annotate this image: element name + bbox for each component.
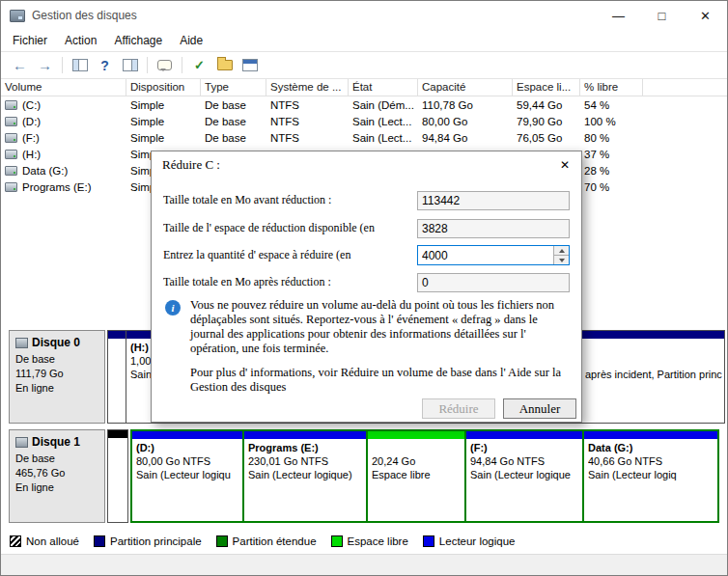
partition-block[interactable] — [107, 330, 126, 424]
label-total-after: Taille totale en Mo après réduction : — [163, 275, 417, 289]
partition-text — [108, 339, 126, 381]
column-header-type[interactable]: Type — [201, 79, 266, 96]
column-header-disposition[interactable]: Disposition — [126, 79, 201, 96]
disk-info-0[interactable]: Disque 0 De base 111,79 Go En ligne — [9, 330, 105, 424]
legend-label: Non alloué — [26, 535, 79, 547]
menu-action[interactable]: Action — [56, 32, 105, 49]
partition-status: Espace libre — [372, 468, 462, 481]
partition-status: Sain (Lecteur logiqu — [136, 468, 240, 481]
partition-size — [112, 354, 124, 368]
disk-icon — [15, 338, 28, 348]
volume-icon — [5, 117, 17, 126]
cell-type: De base — [201, 96, 266, 113]
statusbar — [1, 554, 727, 575]
console-window-icon[interactable] — [238, 55, 261, 76]
menu-fichier[interactable]: Fichier — [4, 32, 56, 49]
partition-color-strip — [581, 331, 724, 339]
legend-swatch-extended — [216, 535, 228, 547]
help-icon[interactable]: ? — [94, 55, 116, 76]
shrink-button[interactable]: Réduire — [422, 398, 495, 419]
value-available-shrink: 3828 — [417, 219, 570, 238]
partition-d[interactable]: (D:)80,00 Go NTFSSain (Lecteur logiqu — [132, 431, 242, 521]
popup-help-icon[interactable] — [154, 55, 176, 76]
disk-info-1[interactable]: Disque 1 De base 465,76 Go En ligne — [9, 429, 105, 523]
left-pane-glyph — [72, 59, 88, 71]
cell-capacite: 80,00 Go — [418, 113, 513, 129]
spinner-up-button[interactable] — [554, 246, 569, 255]
column-header-volume[interactable]: Volume — [1, 79, 126, 96]
minimize-button[interactable]: — — [597, 1, 640, 30]
field-row-available: Taille de l' espace de réduction disponi… — [163, 218, 570, 238]
partition-label — [112, 440, 126, 453]
back-icon[interactable]: ← — [9, 55, 31, 76]
partition-f[interactable]: (F:)94,84 Go NTFSSain (Lecteur logique — [466, 431, 582, 521]
dialog-close-button[interactable]: ✕ — [548, 151, 581, 178]
toolbar-separator — [62, 57, 63, 73]
disk-size: 111,79 Go — [15, 367, 101, 381]
shrink-amount-input[interactable] — [418, 246, 553, 264]
legend-swatch-logical — [423, 535, 434, 547]
partition-block[interactable] — [107, 429, 128, 523]
info-icon: i — [165, 300, 181, 315]
menu-aide[interactable]: Aide — [171, 32, 211, 49]
partition-size: 40,66 Go NTFS — [588, 454, 715, 468]
field-row-amount: Entrez la quantité d' espace à réduire (… — [163, 245, 570, 265]
cell-espace: 79,90 Go — [513, 113, 580, 129]
cancel-button[interactable]: Annuler — [503, 398, 576, 419]
disk-status: En ligne — [15, 381, 101, 396]
partition-text: 20,24 GoEspace libre — [368, 439, 464, 481]
partition-size — [112, 453, 126, 467]
disk-type: De base — [15, 452, 101, 466]
question-glyph: ? — [100, 58, 109, 73]
partition-data-g[interactable]: Data (G:)40,66 Go NTFSSain (Lecteur logi… — [584, 431, 717, 521]
folder-glyph — [217, 60, 233, 70]
check-icon[interactable]: ✓ — [188, 55, 210, 76]
maximize-button[interactable]: □ — [640, 1, 684, 30]
partition-label — [372, 441, 462, 454]
cell-volume: (D:) — [1, 113, 126, 129]
volume-name: (C:) — [22, 99, 41, 111]
disk-row-1: Disque 1 De base 465,76 Go En ligne (D:)… — [9, 429, 719, 523]
field-row-total-after: Taille totale en Mo après réduction : 0 — [163, 272, 570, 292]
dialog-titlebar[interactable]: Réduire C : ✕ — [152, 151, 581, 178]
console-tree-icon[interactable] — [69, 55, 91, 76]
column-header-capacite[interactable]: Capacité — [418, 79, 513, 96]
column-header-espace[interactable]: Espace li... — [513, 79, 580, 96]
action-pane-icon[interactable] — [119, 55, 141, 76]
volume-row-d[interactable]: (D:)SimpleDe baseNTFSSain (Lect...80,00 … — [1, 113, 727, 129]
partition-espace-libre[interactable]: 20,24 GoEspace libre — [368, 431, 464, 521]
partition-programs-e[interactable]: Programs (E:)230,01 Go NTFSSain (Lecteur… — [244, 431, 366, 521]
cell-libre: 80 % — [580, 129, 643, 146]
titlebar[interactable]: Gestion des disques — □ ✕ — [1, 1, 727, 30]
volume-name: Data (G:) — [22, 165, 68, 177]
volume-icon — [5, 182, 17, 192]
legend-swatch-primary — [94, 535, 105, 547]
forward-icon[interactable]: → — [34, 55, 56, 76]
cell-espace: 76,05 Go — [513, 129, 580, 146]
column-header-etat[interactable]: État — [349, 79, 418, 96]
volume-row-c[interactable]: (C:)SimpleDe baseNTFSSain (Dém...110,78 … — [1, 96, 727, 113]
dialog-title: Réduire C : — [162, 157, 220, 173]
close-button[interactable]: ✕ — [684, 1, 727, 30]
cell-capacite: 110,78 Go — [418, 96, 513, 113]
disk-name: Disque 0 — [32, 336, 80, 350]
volume-icon — [5, 100, 17, 110]
folder-icon[interactable] — [213, 55, 236, 76]
column-header-fs[interactable]: Système de ... — [266, 79, 349, 96]
partition-apr-s-incident-partition-princ[interactable]: après incident, Partition princ — [580, 330, 725, 424]
partition-size: 94,84 Go NTFS — [470, 454, 580, 468]
spinner-down-button[interactable] — [554, 255, 569, 264]
partition-color-strip — [244, 431, 366, 439]
column-header-libre[interactable]: % libre — [580, 79, 643, 96]
cell-volume: Data (G:) — [1, 162, 126, 178]
volume-row-f[interactable]: (F:)SimpleDe baseNTFSSain (Lect...94,84 … — [1, 129, 727, 146]
partition-text: (F:)94,84 Go NTFSSain (Lecteur logique — [466, 439, 582, 481]
cell-disposition: Simple — [126, 113, 201, 129]
cell-type: De base — [201, 113, 266, 129]
menu-affichage[interactable]: Affichage — [105, 32, 171, 49]
legend-item-primary: Partition principale — [94, 535, 202, 547]
field-row-total-before: Taille totale en Mo avant réduction : 11… — [163, 190, 570, 210]
legend-label: Lecteur logique — [439, 535, 516, 547]
partition-label: (F:) — [470, 441, 580, 454]
shrink-dialog: Réduire C : ✕ Taille totale en Mo avant … — [151, 151, 582, 423]
